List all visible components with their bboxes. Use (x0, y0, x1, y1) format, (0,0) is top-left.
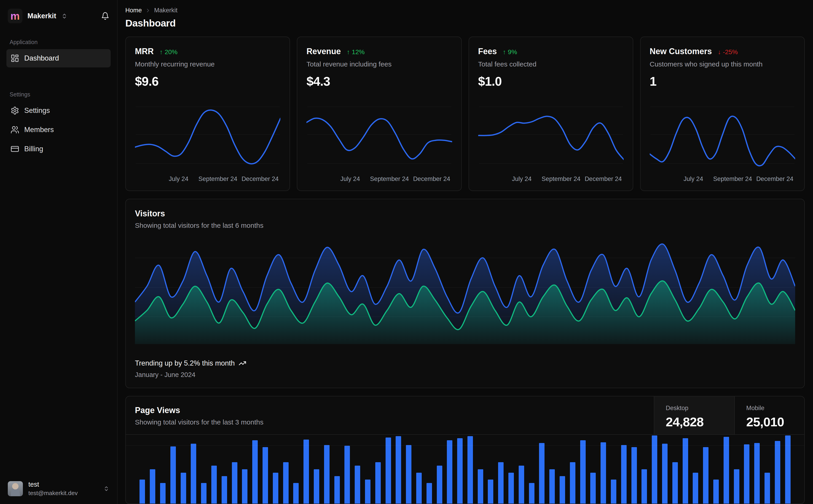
users-icon (11, 125, 19, 134)
chevron-right-icon (145, 8, 151, 13)
stat-card-mrr: MRR ↑ 20% Monthly recurring revenue $9.6… (125, 37, 290, 191)
stat-title: Fees (478, 47, 497, 56)
stat-value: 25,010 (746, 414, 804, 429)
visitors-card: Visitors Showing total visitors for the … (125, 199, 805, 388)
x-tick: July 24 (512, 175, 532, 183)
sidebar-item-label: Settings (24, 106, 50, 115)
sidebar-item-label: Dashboard (24, 54, 59, 62)
makerkit-logo: m (8, 9, 22, 23)
x-tick: September 24 (713, 175, 752, 183)
sidebar-item-settings[interactable]: Settings (6, 101, 111, 120)
x-tick: September 24 (370, 175, 409, 183)
sidebar-item-label: Members (24, 126, 54, 134)
date-range: January - June 2024 (135, 371, 795, 379)
stat-subtitle: Total fees collected (478, 60, 624, 68)
stat-value: 1 (650, 74, 795, 89)
team-name: Makerkit (27, 12, 56, 20)
sparkline-chart: July 24 September 24 December 24 (650, 105, 795, 184)
stat-cards-row: MRR ↑ 20% Monthly recurring revenue $9.6… (125, 37, 805, 191)
visitors-title: Visitors (135, 209, 795, 218)
arrow-down-icon: ↓ (718, 48, 721, 56)
avatar (8, 481, 23, 496)
stat-title: MRR (135, 47, 154, 56)
sidebar-item-billing[interactable]: Billing (6, 140, 111, 158)
breadcrumb: Home Makerkit (125, 7, 805, 14)
x-tick: December 24 (585, 175, 622, 183)
x-tick: July 24 (169, 175, 188, 183)
line-chart (307, 105, 452, 173)
visitors-area-chart (135, 239, 795, 344)
x-tick: September 24 (198, 175, 238, 183)
page-views-bar-chart (126, 435, 804, 504)
line-chart (135, 105, 280, 173)
stat-label: Desktop (666, 405, 734, 412)
sidebar-item-dashboard[interactable]: Dashboard (6, 49, 111, 67)
notifications-bell-icon[interactable] (101, 12, 109, 20)
stat-title: Revenue (307, 47, 341, 56)
sparkline-chart: July 24 September 24 December 24 (135, 105, 280, 184)
change-badge: ↑ 9% (503, 48, 517, 56)
visitors-subtitle: Showing total visitors for the last 6 mo… (135, 222, 795, 229)
x-tick: September 24 (541, 175, 580, 183)
change-badge: ↓ -25% (718, 48, 738, 56)
stat-card-new-customers: New Customers ↓ -25% Customers who signe… (640, 37, 805, 191)
tab-desktop[interactable]: Desktop 24,828 (654, 396, 734, 434)
user-email: test@makerkit.dev (28, 490, 78, 497)
stat-subtitle: Total revenue including fees (307, 60, 452, 68)
arrow-up-icon: ↑ (347, 48, 350, 56)
x-tick: December 24 (242, 175, 279, 183)
x-tick: December 24 (756, 175, 793, 183)
page-views-card: Page Views Showing total visitors for th… (125, 396, 805, 504)
page-views-subtitle: Showing total visitors for the last 3 mo… (135, 418, 645, 426)
stat-subtitle: Monthly recurring revenue (135, 60, 280, 68)
logo-letter: m (11, 11, 20, 21)
sidebar-item-members[interactable]: Members (6, 121, 111, 139)
user-menu[interactable]: test test@makerkit.dev (6, 479, 111, 498)
stat-label: Mobile (746, 405, 804, 412)
trending-up-icon (239, 359, 246, 367)
x-tick: July 24 (684, 175, 703, 183)
team-switcher[interactable]: m Makerkit (8, 9, 67, 23)
trend-text: Trending up by 5.2% this month (135, 359, 235, 367)
page-title: Dashboard (125, 18, 805, 29)
credit-card-icon (11, 145, 19, 153)
stat-title: New Customers (650, 47, 712, 56)
section-label-settings: Settings (10, 91, 111, 98)
user-name: test (28, 481, 78, 488)
line-chart (650, 105, 795, 173)
tab-mobile[interactable]: Mobile 25,010 (734, 396, 804, 434)
layout-dashboard-icon (11, 54, 19, 63)
gear-icon (11, 106, 19, 115)
breadcrumb-home[interactable]: Home (125, 7, 142, 14)
arrow-up-icon: ↑ (159, 48, 163, 56)
main-content: Home Makerkit Dashboard MRR ↑ 20% Monthl… (117, 0, 813, 504)
breadcrumb-current: Makerkit (154, 7, 177, 14)
section-label-application: Application (10, 39, 111, 45)
stat-value: $9.6 (135, 74, 280, 89)
stat-value: $1.0 (478, 74, 624, 89)
sparkline-chart: July 24 September 24 December 24 (478, 105, 624, 184)
arrow-up-icon: ↑ (503, 48, 506, 56)
change-badge: ↑ 20% (159, 48, 177, 56)
line-chart (478, 105, 624, 173)
x-tick: July 24 (340, 175, 360, 183)
x-tick: December 24 (413, 175, 450, 183)
chevrons-up-down-icon (103, 486, 109, 492)
sparkline-chart: July 24 September 24 December 24 (307, 105, 452, 184)
chevrons-up-down-icon (61, 13, 67, 19)
change-badge: ↑ 12% (347, 48, 365, 56)
page-views-title: Page Views (135, 406, 645, 415)
stat-value: 24,828 (666, 414, 734, 429)
sidebar-item-label: Billing (24, 145, 43, 153)
gridline (126, 445, 804, 446)
stat-card-revenue: Revenue ↑ 12% Total revenue including fe… (297, 37, 461, 191)
stat-subtitle: Customers who signed up this month (650, 60, 795, 68)
stat-value: $4.3 (307, 74, 452, 89)
sidebar: m Makerkit Application Dashboard Setting… (0, 0, 117, 504)
stat-card-fees: Fees ↑ 9% Total fees collected $1.0 July… (469, 37, 633, 191)
